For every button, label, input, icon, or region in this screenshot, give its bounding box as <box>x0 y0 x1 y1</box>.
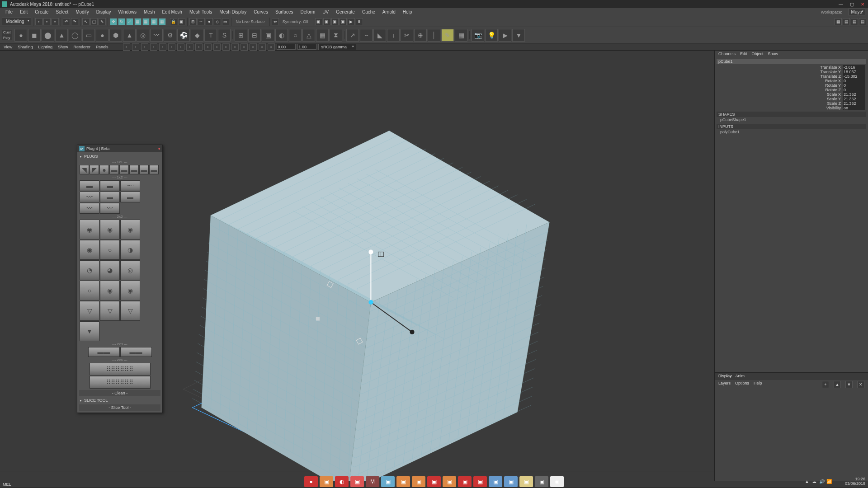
plug-1x1-7[interactable]: ▬ <box>139 165 149 174</box>
help-menu[interactable]: Help <box>754 381 762 388</box>
task-app-3[interactable]: ◐ <box>335 476 349 487</box>
collapse-icon[interactable]: ↓ <box>387 29 400 42</box>
menu-edit-mesh[interactable]: Edit Mesh <box>159 9 184 15</box>
plug-2x2-9[interactable]: ◎ <box>120 260 140 280</box>
snap2-icon[interactable]: ▦ <box>142 18 150 25</box>
menu-create[interactable]: Create <box>32 9 51 15</box>
attr-value[interactable]: 0 <box>843 79 865 83</box>
hypershade-icon[interactable]: ▣ <box>340 18 347 25</box>
shelf-tab-poly[interactable]: Poly <box>2 35 12 40</box>
pt-icon-13[interactable]: ▫ <box>231 43 239 51</box>
pt-icon-8[interactable]: ▫ <box>186 43 193 51</box>
pt-icon-17[interactable]: ▫ <box>268 43 275 51</box>
panel-view[interactable]: View <box>2 45 14 49</box>
layer-del-icon[interactable]: ✕ <box>857 381 864 388</box>
menu-curves[interactable]: Curves <box>251 9 271 15</box>
gamma-field-a[interactable] <box>277 44 296 50</box>
render-shelf-icon[interactable]: ▶ <box>499 29 511 42</box>
poly-pipe-icon[interactable]: ◎ <box>137 29 149 42</box>
new-scene-icon[interactable]: ▫ <box>35 18 42 25</box>
plug-2x2-10[interactable]: ○ <box>80 281 99 300</box>
workspace-dropdown[interactable]: Maya <box>848 9 865 15</box>
smooth-icon[interactable]: ○ <box>289 29 302 42</box>
save-scene-icon[interactable]: ▫ <box>52 18 59 25</box>
attr-value[interactable]: 21.362 <box>843 92 865 97</box>
task-app-11[interactable]: ▣ <box>473 476 487 487</box>
combine-icon[interactable]: ⊞ <box>235 29 247 42</box>
plug-2x2-8[interactable]: ◕ <box>100 260 120 280</box>
snap3-icon[interactable]: ▦ <box>151 18 158 25</box>
separate-icon[interactable]: ⊟ <box>248 29 261 42</box>
select-tool-icon[interactable]: ↖ <box>82 18 90 25</box>
tray-4[interactable]: 📶 <box>826 479 832 484</box>
clean-button[interactable]: - Clean - <box>79 390 160 396</box>
pane-layout-icon[interactable]: ▦ <box>835 18 842 25</box>
boolean-icon[interactable]: ◐ <box>275 29 288 42</box>
tab-object[interactable]: Object <box>752 52 764 57</box>
plug-1x2-7[interactable]: 〰 <box>80 203 99 214</box>
tab-channels[interactable]: Channels <box>718 52 736 57</box>
close-button[interactable]: ✕ <box>859 1 866 7</box>
pt-icon-1[interactable]: ▫ <box>123 43 130 51</box>
attr-row[interactable]: Rotate Z0 <box>717 88 866 92</box>
rotate-tool-icon[interactable]: ↻ <box>118 18 125 25</box>
viewport[interactable]: M Plug-it | Beta ● PLUGS --- 1x1 --- ◥ ◤… <box>0 51 714 481</box>
poly-cylinder-icon[interactable]: ⬤ <box>42 29 54 42</box>
plug-2x2-5[interactable]: ○ <box>100 240 120 260</box>
camera-icon[interactable]: 📷 <box>472 29 484 42</box>
poly-cube-icon[interactable]: ◼ <box>28 29 41 42</box>
insert-edge-icon[interactable]: │ <box>428 29 440 42</box>
panel-show[interactable]: Show <box>56 45 70 49</box>
plug-1x2-6[interactable]: ▬ <box>120 192 140 202</box>
plug-2x2-2[interactable]: ◉ <box>100 220 120 239</box>
pt-icon-5[interactable]: ▫ <box>159 43 166 51</box>
plug-1x2-8[interactable]: 〰 <box>100 203 120 214</box>
attr-row[interactable]: Translate Z-15.302 <box>717 74 866 79</box>
snap-point-icon[interactable]: ● <box>206 18 213 25</box>
pt-icon-11[interactable]: ▫ <box>213 43 221 51</box>
sculpt-icon[interactable]: ✎ <box>441 29 454 42</box>
move-tool-icon[interactable]: ✥ <box>110 18 117 25</box>
plugs-panel[interactable]: M Plug-it | Beta ● PLUGS --- 1x1 --- ◥ ◤… <box>77 145 163 413</box>
menu-display[interactable]: Display <box>94 9 114 15</box>
multicut-icon[interactable]: ✂ <box>401 29 413 42</box>
poly-pyramid-icon[interactable]: ▲ <box>123 29 136 42</box>
shelf-tab-custom[interactable]: Cust <box>2 30 12 35</box>
poly-platonic-icon[interactable]: ◆ <box>191 29 203 42</box>
menu-uv[interactable]: UV <box>320 9 331 15</box>
tab-edit[interactable]: Edit <box>740 52 747 57</box>
shape-name[interactable]: pCubeShape1 <box>717 117 866 122</box>
plug-1x2-3[interactable]: 〰 <box>120 180 140 191</box>
toggle-icon[interactable]: ▤ <box>843 18 850 25</box>
tray-2[interactable]: ☁ <box>812 479 817 484</box>
poly-cone-icon[interactable]: ▲ <box>55 29 68 42</box>
plug-2x6-1[interactable]: ⠿⠿⠿⠿⠿⠿ <box>90 363 151 375</box>
attr-value[interactable]: 21.362 <box>843 101 865 106</box>
attr-value[interactable]: -2.616 <box>843 65 865 70</box>
task-app-4[interactable]: ▣ <box>350 476 364 487</box>
attr-row[interactable]: Scale X21.362 <box>717 92 866 97</box>
menu-help[interactable]: Help <box>400 9 415 15</box>
plug-1x1-5[interactable]: ▬ <box>119 165 129 174</box>
task-chrome[interactable]: ◉ <box>550 476 564 487</box>
plug-2x2-1[interactable]: ◉ <box>80 220 99 239</box>
extract-icon[interactable]: ▣ <box>262 29 274 42</box>
plug-1x1-6[interactable]: ▬ <box>129 165 139 174</box>
slice-header[interactable]: SLICE TOOL <box>79 397 160 404</box>
plug-2x2-15[interactable]: ▽ <box>120 301 140 321</box>
snap-icon[interactable]: ▦ <box>134 18 142 25</box>
poly-soccer-icon[interactable]: ⚽ <box>177 29 190 42</box>
slice-tool-button[interactable]: - Slice Tool - <box>79 404 160 411</box>
snap4-icon[interactable]: ▦ <box>159 18 166 25</box>
light-icon[interactable]: 💡 <box>485 29 498 42</box>
plug-2x2-4[interactable]: ◉ <box>80 240 99 260</box>
target-weld-icon[interactable]: ⊕ <box>414 29 427 42</box>
gamma-dropdown[interactable]: sRGB gamma <box>318 44 357 50</box>
mode-dropdown[interactable]: Modeling <box>2 18 31 25</box>
panel-lighting[interactable]: Lighting <box>36 45 54 49</box>
pt-icon-14[interactable]: ▫ <box>241 43 248 51</box>
sym-toggle-icon[interactable]: ⇔ <box>272 18 279 25</box>
attr-row[interactable]: Translate X-2.616 <box>717 65 866 70</box>
plug-2x2-12[interactable]: ◉ <box>120 281 140 300</box>
pt-icon-16[interactable]: ▫ <box>259 43 266 51</box>
